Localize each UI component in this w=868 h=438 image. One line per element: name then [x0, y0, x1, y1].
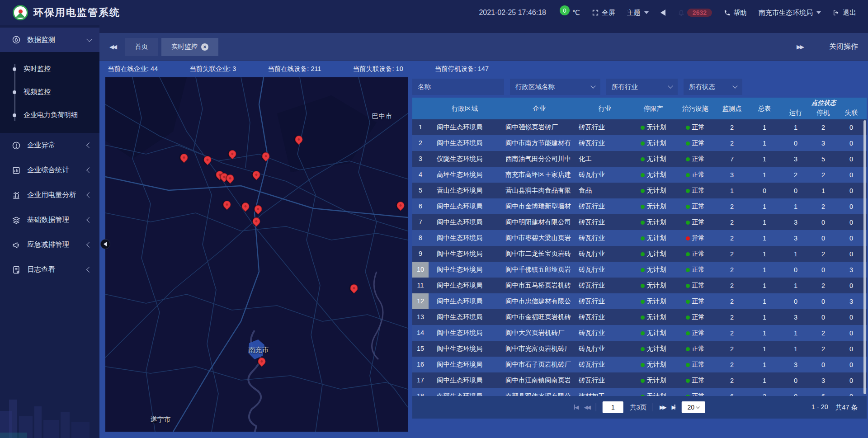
- speaker-icon[interactable]: [660, 9, 665, 16]
- table-row[interactable]: 7阆中生态环境局阆中明阳建材有限公司砖瓦行业无计划正常21300: [412, 214, 867, 230]
- table-row[interactable]: 1阆中生态环境局阆中强锐页岩砖厂砖瓦行业无计划正常21120: [412, 119, 867, 135]
- sidebar-item-6[interactable]: 应急减排管理: [0, 232, 99, 257]
- table-row[interactable]: 14阆中生态环境局阆中大兴页岩机砖厂砖瓦行业无计划正常21120: [412, 325, 867, 341]
- cell-lost: 0: [836, 361, 867, 368]
- cell-run: 3: [781, 314, 811, 321]
- row-index: 11: [412, 278, 429, 293]
- cell-points: 7: [716, 155, 748, 163]
- table-row[interactable]: 16阆中生态环境局阆中市石子页岩机砖厂砖瓦行业无计划正常21300: [412, 357, 867, 372]
- table-row[interactable]: 12阆中生态环境局阆中市忠信建材有限公砖瓦行业无计划正常21003: [412, 293, 867, 309]
- status-text: 无计划: [646, 313, 666, 320]
- bell-icon: [677, 9, 685, 17]
- table-row[interactable]: 13阆中生态环境局阆中市金福旺页岩机砖砖瓦行业无计划正常21300: [412, 309, 867, 325]
- notifications[interactable]: 2632: [677, 9, 712, 17]
- sidebar-subitem-3[interactable]: 企业电力负荷明细: [0, 104, 99, 127]
- cell-region: 阆中生态环境局: [429, 265, 501, 274]
- table-row[interactable]: 8阆中生态环境局阆中市枣碧大梁山页岩砖瓦行业无计划异常21300: [412, 230, 867, 246]
- page-number-input[interactable]: [603, 401, 623, 413]
- fullscreen-button[interactable]: 全屏: [592, 9, 615, 17]
- sidebar-item-1[interactable]: 数据监测: [0, 28, 99, 52]
- sidebar-item-3[interactable]: 企业综合统计: [0, 158, 99, 183]
- cell-limit: 无计划: [632, 202, 675, 211]
- exit-button[interactable]: 退出: [833, 9, 856, 17]
- table-row[interactable]: 11阆中生态环境局阆中市五马桥页岩机砖砖瓦行业无计划正常21120: [412, 278, 867, 293]
- map-collapse-handle[interactable]: [100, 239, 110, 249]
- table-row[interactable]: 9阆中生态环境局阆中市二龙长宝页岩砖砖瓦行业无计划正常21120: [412, 246, 867, 262]
- cell-region: 阆中生态环境局: [429, 202, 501, 211]
- cell-company: 南部县双佳水泥有限公: [501, 392, 578, 396]
- cell-limit: 无计划: [632, 313, 675, 321]
- prev-page-icon[interactable]: ◀◀: [584, 404, 589, 410]
- chevron-left-icon: [86, 167, 92, 173]
- map[interactable]: 巴中市南充市遂宁市: [105, 77, 408, 432]
- cell-industry: 食品: [578, 186, 632, 195]
- status-text: 无计划: [646, 203, 666, 210]
- cell-facility: 正常: [675, 155, 716, 163]
- table-row[interactable]: 17阆中生态环境局阆中市江南镇阆南页岩砖瓦行业无计划正常21030: [412, 372, 867, 388]
- close-operations-button[interactable]: 关闭操作: [829, 42, 858, 52]
- name-filter-input[interactable]: [418, 83, 499, 90]
- close-tab-icon[interactable]: ×: [201, 43, 208, 51]
- table-row[interactable]: 4高坪生态环境局南充市高坪区王家店建砖瓦行业无计划正常31220: [412, 167, 867, 183]
- sidebar-subitem-1[interactable]: 实时监控: [0, 57, 99, 80]
- sidebar-subitem-2[interactable]: 视频监控: [0, 80, 99, 104]
- sidebar-item-4[interactable]: 企业用电量分析: [0, 183, 99, 207]
- tabs-scroll-right-icon[interactable]: ▶▶: [797, 43, 803, 50]
- table-row[interactable]: 2阆中生态环境局阆中市南方节能建材有砖瓦行业无计划正常21030: [412, 135, 867, 151]
- table-scrollbar[interactable]: [863, 120, 866, 394]
- status-filter-select[interactable]: 所有状态: [684, 79, 742, 95]
- sidebar-item-2[interactable]: 企业异常: [0, 133, 99, 158]
- status-text: 无计划: [646, 377, 666, 384]
- cell-limit: 无计划: [632, 218, 675, 226]
- status-dot-icon: [686, 347, 690, 351]
- tab-realtime-monitor[interactable]: 实时监控 ×: [161, 38, 218, 56]
- tab-home[interactable]: 首页: [125, 38, 158, 56]
- first-page-icon[interactable]: ◀: [574, 404, 577, 410]
- table-row[interactable]: 18南部生态环境局南部县双佳水泥有限公建材加工无计划正常62060: [412, 388, 867, 396]
- cell-stop: 0: [811, 219, 836, 226]
- app-logo-icon: [13, 5, 28, 20]
- cell-industry: 建材加工: [578, 392, 632, 396]
- cell-meters: 1: [748, 314, 781, 321]
- industry-filter-select[interactable]: 所有行业: [606, 79, 678, 95]
- stat-label: 当前失联设备:: [353, 65, 396, 72]
- cell-lost: 0: [836, 171, 867, 179]
- row-index: 12: [412, 293, 429, 309]
- table-row[interactable]: 10阆中生态环境局阆中千佛镇五郎垭页岩砖瓦行业无计划正常21003: [412, 262, 867, 278]
- cell-facility: 正常: [675, 170, 716, 179]
- page-size-select[interactable]: 20: [682, 401, 705, 413]
- cell-industry: 砖瓦行业: [578, 329, 632, 337]
- cell-meters: 1: [748, 298, 781, 305]
- table-row[interactable]: 3仪陇生态环境局西南油气田分公司川中化工无计划正常71350: [412, 151, 867, 167]
- cell-region: 阆中生态环境局: [429, 344, 501, 353]
- cell-meters: 1: [748, 266, 781, 273]
- tabs-scroll-left-icon[interactable]: ◀◀: [109, 43, 116, 50]
- sidebar-item-5[interactable]: 基础数据管理: [0, 207, 99, 232]
- stat-value: 147: [478, 65, 489, 72]
- cell-stop: 2: [811, 330, 836, 337]
- chevron-left-icon: [86, 267, 92, 273]
- help-button[interactable]: 帮助: [724, 9, 747, 17]
- status-dot-icon: [686, 157, 690, 161]
- table-row[interactable]: 6阆中生态环境局阆中市金博瑞新型墙材砖瓦行业无计划正常21120: [412, 198, 867, 214]
- status-text: 正常: [692, 297, 705, 305]
- chevron-down-icon: [86, 36, 92, 42]
- cell-limit: 无计划: [632, 139, 675, 147]
- next-page-icon[interactable]: ▶▶: [660, 404, 665, 410]
- cell-facility: 异常: [675, 234, 716, 242]
- sidebar: 数据监测实时监控视频监控企业电力负荷明细企业异常企业综合统计企业用电量分析基础数…: [0, 25, 99, 438]
- cell-industry: 砖瓦行业: [578, 360, 632, 369]
- user-dropdown[interactable]: 南充市生态环境局: [759, 9, 821, 17]
- table-row[interactable]: 15阆中生态环境局阆中市光富页岩机砖厂砖瓦行业无计划正常21120: [412, 341, 867, 357]
- cell-limit: 无计划: [632, 186, 675, 195]
- region-filter-select[interactable]: 行政区域名称: [510, 79, 600, 95]
- cell-meters: 1: [748, 330, 781, 337]
- sidebar-item-7[interactable]: 日志查看: [0, 257, 99, 282]
- stat-value: 10: [396, 65, 403, 72]
- table-row[interactable]: 5营山生态环境局营山县润丰肉食品有限食品无计划正常10010: [412, 183, 867, 198]
- row-index: 3: [412, 151, 429, 167]
- theme-dropdown[interactable]: 主题: [627, 9, 649, 17]
- last-page-icon[interactable]: ▶: [672, 404, 675, 410]
- row-index: 13: [412, 309, 429, 325]
- app-title: 环保用电监管系统: [33, 6, 120, 19]
